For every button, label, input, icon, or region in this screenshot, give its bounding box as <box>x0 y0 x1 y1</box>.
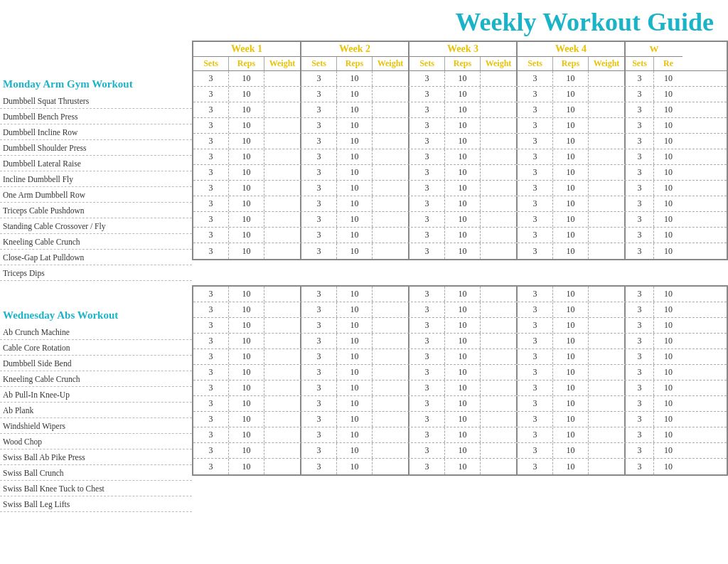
cell-weight-s1-r0-w3 <box>589 287 624 302</box>
row-week-s1-r4-w3: 310 <box>518 349 626 364</box>
row-week-s0-r4-w0: 310 <box>193 134 301 149</box>
cell-reps-s0-r4-w2: 10 <box>445 134 481 149</box>
exercise-label-s1-5: Ab Plank <box>0 403 192 418</box>
row-week-s0-r7-w4: 310 <box>626 181 682 196</box>
cell-reps-s1-r3-w0: 10 <box>229 334 264 348</box>
table-row-s1-5: 310310310310310 <box>193 365 727 381</box>
cell-reps-s1-r11-w3: 10 <box>553 459 589 474</box>
row-week-s0-r10-w4: 310 <box>626 228 682 243</box>
exercise-label-s0-4: Dumbbell Lateral Raise <box>0 156 192 171</box>
exercise-label-s0-2: Dumbbell Incline Row <box>0 124 192 140</box>
row-week-s0-r0-w3: 310 <box>518 71 626 86</box>
cell-reps-s0-r8-w2: 10 <box>445 196 481 211</box>
row-week-s0-r5-w2: 310 <box>410 149 518 164</box>
cell-reps-s1-r8-w4: 10 <box>654 412 682 427</box>
cell-sets-s1-r6-w4: 3 <box>626 381 654 395</box>
row-week-s1-r1-w0: 310 <box>193 302 301 317</box>
row-week-s0-r8-w4: 310 <box>626 196 682 211</box>
row-week-s0-r8-w0: 310 <box>193 196 301 211</box>
cell-sets-s0-r7-w0: 3 <box>193 181 229 196</box>
cell-reps-s1-r2-w2: 10 <box>445 318 481 333</box>
row-week-s1-r4-w2: 310 <box>410 349 518 364</box>
cell-sets-s1-r4-w0: 3 <box>193 349 229 364</box>
cell-reps-s0-r1-w3: 10 <box>553 87 589 102</box>
cell-weight-s0-r4-w1 <box>373 134 408 149</box>
cell-sets-s0-r4-w4: 3 <box>626 134 654 149</box>
row-week-s0-r6-w4: 310 <box>626 165 682 180</box>
table-row-s1-8: 310310310310310 <box>193 412 727 427</box>
row-week-s1-r7-w3: 310 <box>518 396 626 411</box>
exercise-label-s1-10: Swiss Ball Knee Tuck to Chest <box>0 481 192 496</box>
cell-reps-s1-r1-w1: 10 <box>337 302 373 317</box>
cell-weight-s1-r2-w0 <box>264 318 300 333</box>
row-week-s1-r2-w3: 310 <box>518 318 626 333</box>
cell-reps-s0-r9-w3: 10 <box>553 212 589 227</box>
row-week-s1-r5-w1: 310 <box>301 365 410 380</box>
cell-reps-s1-r11-w2: 10 <box>445 459 481 474</box>
row-week-s1-r6-w0: 310 <box>193 381 301 395</box>
cell-reps-s1-r4-w1: 10 <box>337 349 373 364</box>
cell-sets-s1-r7-w3: 3 <box>518 396 553 411</box>
cell-reps-s1-r1-w2: 10 <box>445 302 481 317</box>
row-week-s0-r1-w1: 310 <box>301 87 410 102</box>
exercise-label-s1-7: Wood Chop <box>0 434 192 449</box>
cell-sets-s0-r5-w0: 3 <box>193 149 229 164</box>
table-row-s1-9: 310310310310310 <box>193 427 727 443</box>
exercise-label-s0-8: Standing Cable Crossover / Fly <box>0 218 192 234</box>
cell-reps-s1-r5-w3: 10 <box>553 365 589 380</box>
cell-sets-s0-r2-w2: 3 <box>410 102 445 117</box>
cell-sets-s1-r2-w3: 3 <box>518 318 553 333</box>
cell-weight-s1-r3-w2 <box>481 334 516 348</box>
cell-reps-s1-r8-w1: 10 <box>337 412 373 427</box>
week-title-4: W <box>626 42 682 57</box>
cell-reps-s0-r6-w1: 10 <box>337 165 373 180</box>
table-row-s1-4: 310310310310310 <box>193 349 727 365</box>
cell-weight-s0-r11-w1 <box>373 243 408 259</box>
cell-reps-s0-r7-w3: 10 <box>553 181 589 196</box>
row-week-s1-r0-w4: 310 <box>626 287 682 302</box>
cell-sets-s0-r8-w0: 3 <box>193 196 229 211</box>
cell-reps-s1-r7-w2: 10 <box>445 396 481 411</box>
row-week-s0-r3-w2: 310 <box>410 118 518 133</box>
cell-weight-s1-r4-w3 <box>589 349 624 364</box>
row-week-s1-r9-w0: 310 <box>193 427 301 442</box>
exercise-label-s1-2: Dumbbell Side Bend <box>0 356 192 371</box>
cell-reps-s0-r5-w4: 10 <box>654 149 682 164</box>
cell-sets-s0-r4-w2: 3 <box>410 134 445 149</box>
exercise-label-s0-0: Dumbbell Squat Thrusters <box>0 93 192 109</box>
cell-weight-s0-r2-w0 <box>264 102 300 117</box>
cell-weight-s1-r3-w1 <box>373 334 408 348</box>
cell-sets-s1-r5-w2: 3 <box>410 365 445 380</box>
row-week-s1-r9-w3: 310 <box>518 427 626 442</box>
cell-reps-s1-r3-w2: 10 <box>445 334 481 348</box>
cell-sets-s0-r11-w2: 3 <box>410 243 445 259</box>
cell-reps-s0-r5-w2: 10 <box>445 149 481 164</box>
cell-reps-s0-r9-w2: 10 <box>445 212 481 227</box>
exercise-label-s0-7: Triceps Cable Pushdown <box>0 203 192 218</box>
cell-sets-s0-r1-w1: 3 <box>301 87 337 102</box>
cell-sets-s1-r5-w3: 3 <box>518 365 553 380</box>
cell-reps-s0-r4-w1: 10 <box>337 134 373 149</box>
cell-sets-s1-r8-w4: 3 <box>626 412 654 427</box>
exercise-label-s1-11: Swiss Ball Leg Lifts <box>0 496 192 512</box>
cell-reps-s0-r7-w0: 10 <box>229 181 264 196</box>
cell-weight-s1-r2-w3 <box>589 318 624 333</box>
cell-weight-s1-r0-w0 <box>264 287 300 302</box>
col-header-w1-sets: Sets <box>301 57 337 70</box>
row-week-s1-r6-w4: 310 <box>626 381 682 395</box>
cell-weight-s1-r9-w1 <box>373 427 408 442</box>
cell-reps-s1-r8-w2: 10 <box>445 412 481 427</box>
row-week-s1-r3-w2: 310 <box>410 334 518 348</box>
cell-weight-s1-r5-w1 <box>373 365 408 380</box>
exercise-label-s1-1: Cable Core Rotation <box>0 340 192 356</box>
row-week-s1-r0-w0: 310 <box>193 287 301 302</box>
cell-weight-s0-r4-w3 <box>589 134 624 149</box>
cell-weight-s1-r1-w2 <box>481 302 516 317</box>
cell-reps-s0-r10-w1: 10 <box>337 228 373 243</box>
cell-reps-s1-r1-w3: 10 <box>553 302 589 317</box>
cell-sets-s1-r3-w4: 3 <box>626 334 654 348</box>
cell-sets-s0-r5-w3: 3 <box>518 149 553 164</box>
row-week-s1-r0-w2: 310 <box>410 287 518 302</box>
row-week-s0-r8-w1: 310 <box>301 196 410 211</box>
cell-weight-s0-r3-w3 <box>589 118 624 133</box>
